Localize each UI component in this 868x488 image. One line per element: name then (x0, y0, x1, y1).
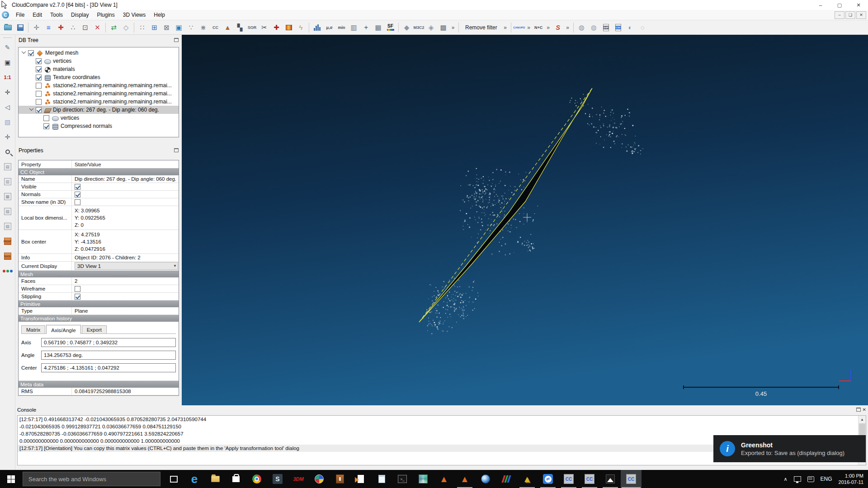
pivot-cross-icon[interactable]: ✛ (2, 86, 14, 98)
n-plus-c-icon[interactable]: N+C (533, 22, 545, 33)
tree-item[interactable]: materials (19, 65, 179, 73)
view-front-icon[interactable]: ▥ (2, 176, 14, 188)
tree-checkbox[interactable] (36, 66, 42, 72)
menu-file[interactable]: File (12, 10, 28, 19)
subsample-icon[interactable]: ∷ (136, 22, 148, 33)
properties-float-icon[interactable] (174, 148, 179, 152)
menu-tools[interactable]: Tools (46, 10, 67, 19)
zoom-magnifier-icon[interactable] (2, 146, 14, 158)
doc-arrow-app-icon[interactable] (350, 470, 371, 488)
toolbar-overflow-icon[interactable]: » (449, 22, 457, 33)
pan-cross-icon[interactable]: ✛ (2, 131, 14, 143)
angle-input[interactable]: 134.256753 deg. (41, 351, 176, 360)
shield-icon[interactable]: ◈ (425, 22, 437, 33)
align-icon[interactable]: ◇ (120, 22, 132, 33)
scissors-icon[interactable]: ✂ (258, 22, 270, 33)
m3c2-icon[interactable]: M3C2 (413, 22, 425, 33)
properties-list-icon[interactable]: ≡ (42, 22, 55, 33)
network-icon[interactable] (794, 476, 801, 482)
mdi-close-button[interactable]: ✕ (856, 11, 866, 19)
pcv-icon[interactable]: ▲ (222, 22, 234, 33)
rock-app-icon[interactable] (330, 470, 350, 488)
tree-checkbox[interactable] (43, 123, 49, 129)
tree-checkbox[interactable] (36, 75, 42, 80)
plus-dark-icon[interactable]: ＋ (360, 22, 372, 33)
tree-item[interactable]: stazione2.remaining.remaining.remaining.… (19, 81, 179, 89)
point-picking-icon[interactable]: ∴ (67, 22, 79, 33)
noise-filter-icon[interactable]: ∵ (185, 22, 197, 33)
expand-chevron-icon[interactable] (22, 49, 26, 54)
zoom-1-1-icon[interactable]: 1:1 (2, 71, 14, 83)
tray-chevron-icon[interactable]: ∧ (783, 476, 787, 482)
tree-item[interactable]: vertices (19, 57, 179, 65)
mesh-sphere-a-icon[interactable]: ◍ (576, 22, 588, 33)
gold-mesh-app-icon[interactable]: ▲ (517, 470, 538, 488)
mdi-minimize-button[interactable]: – (835, 11, 844, 19)
console-float-icon[interactable] (856, 408, 861, 412)
minimize-button[interactable]: – (811, 0, 830, 10)
view-top-icon[interactable]: ▤ (2, 161, 14, 173)
close-button[interactable]: ✕ (849, 0, 868, 10)
notifications-icon[interactable] (807, 476, 814, 482)
tab-export[interactable]: Export (82, 325, 107, 333)
teamviewer-icon[interactable]: ⇄ (538, 470, 558, 488)
tree-checkbox[interactable] (36, 107, 42, 113)
histogram-icon[interactable] (311, 22, 323, 33)
property-checkbox[interactable] (75, 192, 80, 197)
notepad-icon[interactable] (371, 470, 392, 488)
property-checkbox[interactable] (75, 199, 80, 205)
stats-icon[interactable]: μ,σ (323, 22, 335, 33)
mesh-sphere-b-icon[interactable]: ◍ (588, 22, 600, 33)
cc-plugin-icon[interactable]: CC (209, 22, 222, 33)
google-earth-icon[interactable] (475, 470, 496, 488)
language-indicator[interactable]: ENG (821, 476, 832, 482)
s-curve-icon[interactable]: S (552, 22, 564, 33)
file-explorer-icon[interactable] (205, 470, 226, 488)
greenshot-toast[interactable]: i Greenshot Exported to: Save as (displa… (713, 435, 866, 462)
console-close-icon[interactable]: ✕ (863, 407, 866, 412)
globe-app-icon[interactable] (309, 470, 330, 488)
matlab-b-icon[interactable]: ▲ (454, 470, 475, 488)
tree-checkbox[interactable] (36, 58, 42, 64)
canupo-create-icon[interactable]: CANUPO (513, 22, 525, 33)
cross-dots-icon[interactable]: ⋇ (197, 22, 209, 33)
tab-matrix[interactable]: Matrix (21, 325, 45, 333)
render-to-file-icon[interactable]: ▣ (173, 22, 185, 33)
property-checkbox[interactable] (75, 286, 80, 292)
stripes-app-icon[interactable] (496, 470, 517, 488)
shaded-sphere-icon[interactable]: ◐ (624, 22, 637, 33)
menu-edit[interactable]: Edit (28, 10, 46, 19)
color-ramp-icon[interactable] (283, 22, 295, 33)
tree-checkbox[interactable] (43, 115, 49, 121)
scroll-up-icon[interactable]: ▲ (859, 416, 866, 423)
sublime-icon[interactable]: S (267, 470, 288, 488)
remove-filter-button[interactable]: Remove filter (461, 23, 502, 33)
checker-icon[interactable]: ▚ (234, 22, 246, 33)
menu-display[interactable]: Display (67, 10, 93, 19)
tree-item[interactable]: stazione2.remaining.remaining.remaining.… (19, 89, 179, 98)
view-back-icon[interactable]: ▨ (2, 221, 14, 232)
bucket-icon[interactable]: ▥ (348, 22, 360, 33)
open-icon[interactable] (2, 22, 14, 33)
tree-item[interactable]: stazione2.remaining.remaining.remaining.… (19, 98, 179, 106)
tree-checkbox[interactable] (36, 99, 42, 105)
scalar-field-icon[interactable]: SF (384, 22, 396, 33)
menu-plugins[interactable]: Plugins (93, 10, 118, 19)
csv-export-icon[interactable]: CSV (612, 22, 624, 33)
apply-transformation-icon[interactable]: ✚ (55, 22, 67, 33)
facet-icon[interactable]: ◆ (401, 22, 413, 33)
min-distance-icon[interactable]: min (335, 22, 348, 33)
edit-pen-icon[interactable]: ✎ (2, 42, 14, 53)
task-view-icon[interactable] (163, 470, 184, 488)
tree-item[interactable]: vertices (19, 114, 179, 122)
clock[interactable]: 1:00 PM 2016-07-11 (839, 473, 863, 485)
start-button[interactable] (0, 470, 22, 488)
lightning-icon[interactable]: ϟ (295, 22, 307, 33)
toolbar-overflow-icon[interactable]: » (502, 22, 509, 33)
view-front-orange-icon[interactable]: FRONT (2, 235, 14, 247)
extract-section-icon[interactable]: ⊞ (148, 22, 160, 33)
current-display-dropdown[interactable]: 3D View 1▼ (75, 262, 178, 270)
save-icon[interactable] (14, 22, 26, 33)
edge-icon[interactable]: e (184, 470, 205, 488)
delete-icon[interactable]: ✕ (91, 22, 104, 33)
